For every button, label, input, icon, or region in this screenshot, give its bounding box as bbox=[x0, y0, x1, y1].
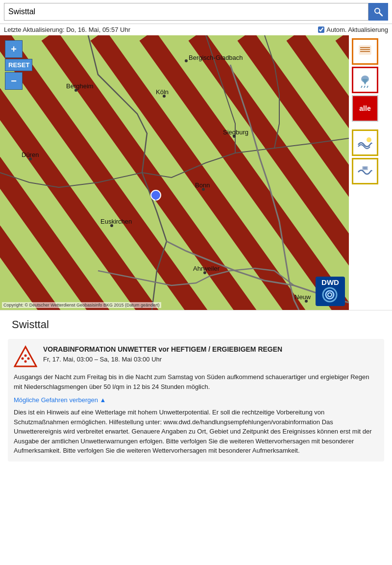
warning-triangle-icon bbox=[14, 345, 37, 368]
search-bar bbox=[0, 0, 392, 24]
svg-point-53 bbox=[24, 360, 27, 363]
sidebar-icon-wave2[interactable] bbox=[352, 158, 378, 184]
alle-label: alle bbox=[359, 104, 370, 112]
svg-point-35 bbox=[323, 288, 337, 302]
svg-text:Köln: Köln bbox=[156, 88, 169, 96]
sidebar-icon-flag[interactable] bbox=[352, 38, 378, 65]
expanded-dangers-text: Dies ist ein Hinweis auf eine Wetterlage… bbox=[14, 408, 378, 456]
map-sidebar: alle bbox=[349, 35, 392, 310]
dwd-text: DWD bbox=[321, 278, 339, 286]
svg-point-45 bbox=[367, 137, 371, 142]
svg-text:Euskirchen: Euskirchen bbox=[100, 218, 132, 225]
zoom-in-button[interactable]: + bbox=[5, 40, 23, 58]
search-icon bbox=[373, 7, 383, 17]
svg-text:Siegburg: Siegburg bbox=[223, 128, 248, 136]
map-container: Bergisch-Gladbach Bergheim Köln Düren Si… bbox=[0, 35, 392, 310]
svg-text:Düren: Düren bbox=[22, 151, 39, 158]
wave2-icon bbox=[357, 163, 373, 179]
svg-text:Neuw: Neuw bbox=[294, 293, 311, 301]
warning-text-block: VORABINFORMATION UNWETTER vor HEFTIGEM /… bbox=[43, 345, 282, 363]
location-title: Swisttal bbox=[8, 318, 384, 331]
reset-button[interactable]: RESET bbox=[5, 59, 32, 71]
flag-icon bbox=[357, 44, 373, 59]
toggle-dangers-link[interactable]: Mögliche Gefahren verbergen ▲ bbox=[14, 396, 378, 404]
search-input[interactable] bbox=[4, 3, 368, 21]
map-copyright: Copyright: © Deutscher Wetterdienst Geob… bbox=[2, 302, 161, 308]
svg-point-52 bbox=[27, 358, 30, 360]
svg-line-43 bbox=[364, 86, 365, 88]
last-update-label: Letzte Aktualisierung: Do, 16. Mai, 05:5… bbox=[4, 26, 130, 33]
map-controls: + RESET − bbox=[5, 40, 32, 90]
warning-title: VORABINFORMATION UNWETTER vor HEFTIGEM /… bbox=[43, 345, 282, 354]
sidebar-icon-rain[interactable] bbox=[352, 67, 378, 93]
warning-card: VORABINFORMATION UNWETTER vor HEFTIGEM /… bbox=[8, 339, 384, 462]
sidebar-icon-wave[interactable] bbox=[352, 129, 378, 156]
svg-text:Bergheim: Bergheim bbox=[66, 82, 94, 90]
svg-text:Bergisch-Gladbach: Bergisch-Gladbach bbox=[189, 54, 243, 61]
svg-rect-46 bbox=[362, 166, 368, 170]
map-svg: Bergisch-Gladbach Bergheim Köln Düren Si… bbox=[0, 35, 349, 310]
svg-point-50 bbox=[22, 358, 24, 360]
sidebar-icon-alle[interactable]: alle bbox=[352, 95, 378, 122]
auto-update-checkbox[interactable] bbox=[318, 26, 324, 33]
svg-text:Bonn: Bonn bbox=[195, 181, 210, 189]
warning-description: Ausgangs der Nacht zum Freitag bis in di… bbox=[14, 372, 378, 391]
map-area[interactable]: Bergisch-Gladbach Bergheim Köln Düren Si… bbox=[0, 35, 349, 310]
svg-line-1 bbox=[379, 13, 382, 16]
svg-text:Ahrweiler: Ahrweiler bbox=[193, 265, 220, 272]
auto-update-label: Autom. Aktualisierung bbox=[326, 26, 388, 33]
svg-line-42 bbox=[361, 86, 362, 88]
info-section: Swisttal VORABINFORMATION UNWETTER vor H… bbox=[0, 310, 392, 475]
rain-icon bbox=[357, 72, 373, 88]
svg-rect-36 bbox=[359, 46, 371, 54]
svg-line-44 bbox=[367, 86, 368, 88]
dwd-spiral-icon bbox=[321, 286, 338, 303]
svg-marker-41 bbox=[362, 79, 368, 85]
search-button[interactable] bbox=[368, 3, 388, 21]
svg-point-14 bbox=[185, 59, 188, 62]
warning-header: VORABINFORMATION UNWETTER vor HEFTIGEM /… bbox=[14, 345, 378, 368]
zoom-out-button[interactable]: − bbox=[5, 72, 23, 90]
status-bar: Letzte Aktualisierung: Do, 16. Mai, 05:5… bbox=[0, 24, 392, 35]
warning-time: Fr, 17. Mai, 03:00 – Sa, 18. Mai 03:00 U… bbox=[43, 356, 282, 363]
auto-update-control: Autom. Aktualisierung bbox=[318, 26, 388, 33]
dwd-logo: DWD bbox=[316, 277, 345, 306]
svg-point-51 bbox=[24, 355, 27, 357]
wave-icon bbox=[357, 135, 373, 151]
